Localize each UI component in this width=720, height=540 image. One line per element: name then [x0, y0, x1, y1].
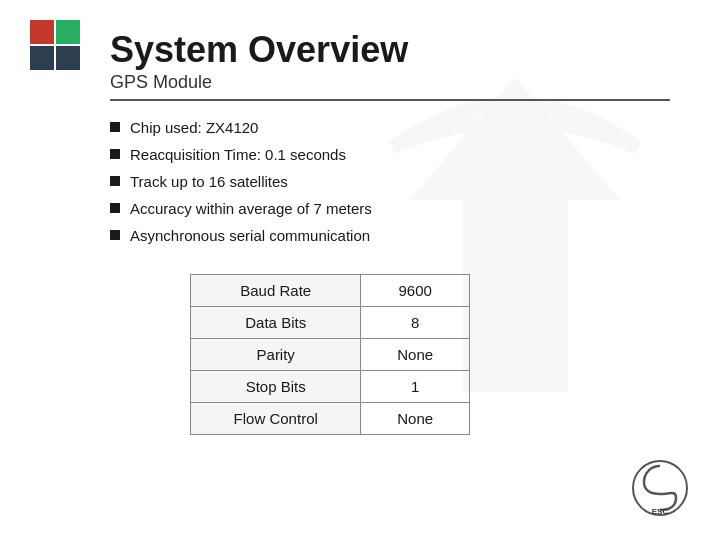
bullet-item-0: Chip used: ZX4120 — [110, 119, 670, 136]
logo-cell-dark1 — [30, 46, 54, 70]
esc-logo: ESC — [630, 458, 690, 522]
bullet-item-2: Track up to 16 satellites — [110, 173, 670, 190]
logo-cell-dark2 — [56, 46, 80, 70]
content-area: Chip used: ZX4120Reacquisition Time: 0.1… — [110, 119, 670, 254]
bullet-item-3: Accuracy within average of 7 meters — [110, 200, 670, 217]
bullet-text: Chip used: ZX4120 — [130, 119, 258, 136]
page-subtitle: GPS Module — [110, 72, 670, 101]
bullet-square — [110, 122, 120, 132]
header-area: System Overview GPS Module — [110, 30, 670, 101]
svg-text:ESC: ESC — [652, 507, 669, 516]
table-row: ParityNone — [191, 338, 470, 370]
page-title: System Overview — [110, 30, 670, 70]
table-row: Stop Bits1 — [191, 370, 470, 402]
bullet-square — [110, 176, 120, 186]
bullet-text: Asynchronous serial communication — [130, 227, 370, 244]
table-cell-label: Flow Control — [191, 402, 361, 434]
bullet-square — [110, 203, 120, 213]
table-cell-value: None — [361, 338, 470, 370]
table-row: Flow ControlNone — [191, 402, 470, 434]
esc-logo-svg: ESC — [630, 458, 690, 518]
table-container: Baud Rate9600Data Bits8ParityNoneStop Bi… — [190, 274, 670, 435]
table-cell-value: 9600 — [361, 274, 470, 306]
table-cell-value: 1 — [361, 370, 470, 402]
specs-table: Baud Rate9600Data Bits8ParityNoneStop Bi… — [190, 274, 470, 435]
table-cell-label: Stop Bits — [191, 370, 361, 402]
bullet-text: Reacquisition Time: 0.1 seconds — [130, 146, 346, 163]
table-cell-label: Data Bits — [191, 306, 361, 338]
table-cell-value: None — [361, 402, 470, 434]
bullet-item-4: Asynchronous serial communication — [110, 227, 670, 244]
logo-cell-red — [30, 20, 54, 44]
slide: System Overview GPS Module Chip used: ZX… — [0, 0, 720, 540]
table-cell-label: Baud Rate — [191, 274, 361, 306]
table-cell-label: Parity — [191, 338, 361, 370]
bullet-text: Accuracy within average of 7 meters — [130, 200, 372, 217]
bullet-text: Track up to 16 satellites — [130, 173, 288, 190]
logo-block — [30, 20, 80, 70]
logo-cell-green — [56, 20, 80, 44]
bullet-square — [110, 149, 120, 159]
table-cell-value: 8 — [361, 306, 470, 338]
table-row: Baud Rate9600 — [191, 274, 470, 306]
table-row: Data Bits8 — [191, 306, 470, 338]
bullet-item-1: Reacquisition Time: 0.1 seconds — [110, 146, 670, 163]
bullet-list: Chip used: ZX4120Reacquisition Time: 0.1… — [110, 119, 670, 254]
bullet-square — [110, 230, 120, 240]
